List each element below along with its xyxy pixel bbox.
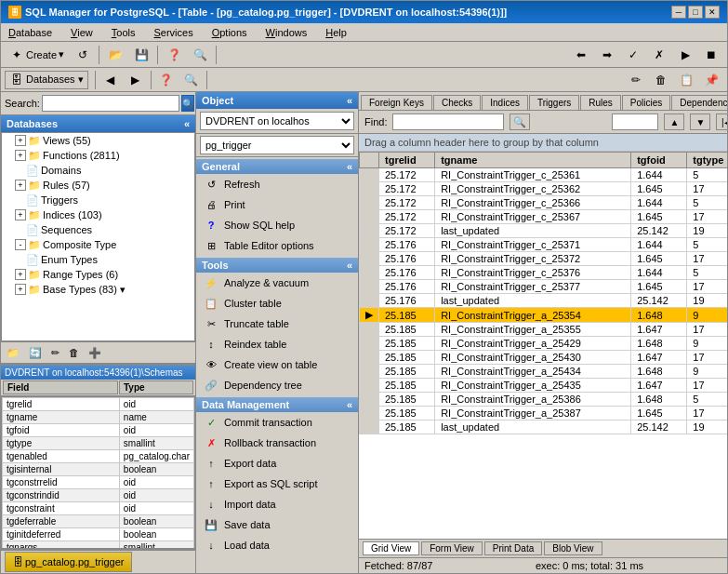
tree-item-views[interactable]: + 📁 Views (55) [2,133,194,148]
tree-item-rules[interactable]: + 📁 Rules (57) [2,178,194,193]
panel-collapse-arrow[interactable]: « [184,118,190,129]
table-row[interactable]: 25.176 RI_ConstraintTrigger_c_25372 1.64… [360,252,728,266]
toolbar-btn-1[interactable]: 📂 [103,45,127,65]
search-input[interactable] [42,95,179,112]
tool-create-view[interactable]: 👁 Create view on table [196,354,358,375]
general-section-header[interactable]: General « [196,159,358,174]
limit-down-button[interactable]: ▼ [690,113,710,130]
tree-item-range[interactable]: + 📁 Range Types (6) [2,267,194,282]
table-row[interactable]: 25.176 RI_ConstraintTrigger_c_25371 1.64… [360,238,728,252]
table-row[interactable]: 25.185 RI_ConstraintTrigger_a_25434 1.64… [360,365,728,379]
tool-dependency[interactable]: 🔗 Dependency tree [196,375,358,395]
tree-item-base[interactable]: + 📁 Base Types (83) ▾ [2,282,194,297]
tree-tb-4[interactable]: 🗑 [65,344,83,361]
tool-analyze[interactable]: ⚡ Analyze & vacuum [196,273,358,293]
tools-section-header[interactable]: Tools « [196,258,358,273]
tool-sql-help[interactable]: ? Show SQL help [196,215,358,235]
tool-commit[interactable]: ✓ Commit transaction [196,412,358,433]
expand-composite[interactable]: - [15,239,26,250]
server-select-dropdown[interactable]: DVDRENT on localhos [200,112,354,130]
table-row[interactable]: 25.172 RI_ConstraintTrigger_c_25367 1.64… [360,210,728,224]
menu-tools[interactable]: Tools [108,26,139,39]
tab-policies[interactable]: Policies [622,95,670,110]
tool-print[interactable]: 🖨 Print [196,194,358,215]
table-row[interactable]: 25.176 last_updated 25.142 19 O [360,294,728,308]
table-row[interactable]: 25.172 last_updated 25.142 19 O [360,224,728,238]
data-mgmt-section-header[interactable]: Data Management « [196,397,358,412]
tool-editor-options[interactable]: ⊞ Table Editor options [196,235,358,256]
menu-database[interactable]: Database [5,26,56,39]
tree-item-functions[interactable]: + 📁 Functions (2811) [2,148,194,163]
nav-first-button[interactable]: |◀ [716,113,727,130]
col-tgrelid[interactable]: tgrelid [379,153,435,168]
table-row[interactable]: 25.185 RI_ConstraintTrigger_a_25355 1.64… [360,323,728,337]
toolbar-btn-r1[interactable]: ⬅ [569,45,593,65]
col-tgtype[interactable]: tgtype [687,153,727,168]
menu-options[interactable]: Options [208,26,251,39]
tool-export-sql[interactable]: ↑ Export as SQL script [196,474,358,494]
close-button[interactable]: ✕ [705,6,720,19]
expand-views[interactable]: + [15,135,26,146]
t2-edit-btn[interactable]: ✏ [624,70,648,90]
table-row[interactable]: 25.172 RI_ConstraintTrigger_c_25361 1.64… [360,168,728,182]
t2-del-btn[interactable]: 🗑 [649,70,673,90]
view-tab-form[interactable]: Form View [421,541,483,555]
toolbar-btn-r3[interactable]: ✓ [621,45,645,65]
view-tab-blob[interactable]: Blob View [544,541,602,555]
t2-copy-btn[interactable]: 📋 [674,70,698,90]
col-tgfoid[interactable]: tgfoid [631,153,687,168]
taskbar-item[interactable]: 🗄 pg_catalog.pg_trigger [5,552,132,572]
tree-item-composite[interactable]: - 📁 Composite Type [2,237,194,252]
tool-reindex[interactable]: ↕ Reindex table [196,334,358,354]
tab-foreign-keys[interactable]: Foreign Keys [361,95,432,110]
limit-up-button[interactable]: ▲ [664,113,684,130]
expand-indices[interactable]: + [15,209,26,220]
expand-base[interactable]: + [15,284,26,295]
tool-truncate[interactable]: ✂ Truncate table [196,314,358,334]
tree-tb-1[interactable]: 📁 [3,344,23,361]
create-button[interactable]: ✦ Create ▾ [5,45,69,65]
table-row[interactable]: 25.185 last_updated 25.142 19 O [360,420,728,434]
limit-input[interactable]: 1000 [612,113,658,130]
refresh-toolbar-button[interactable]: ↺ [71,45,95,65]
tab-indices[interactable]: Indices [482,95,528,110]
toolbar-btn-3[interactable]: ❓ [162,45,186,65]
table-row[interactable]: 25.176 RI_ConstraintTrigger_c_25377 1.64… [360,280,728,294]
search-button[interactable]: 🔍 [181,95,194,112]
expand-range[interactable]: + [15,269,26,280]
toolbar-btn-2[interactable]: 💾 [129,45,153,65]
tree-tb-3[interactable]: ✏ [47,344,63,361]
t2-btn-4[interactable]: 🔍 [179,70,204,90]
table-row[interactable]: 25.185 RI_ConstraintTrigger_a_25435 1.64… [360,379,728,393]
tree-item-enum[interactable]: 📄 Enum Types [2,252,194,267]
tool-refresh[interactable]: ↺ Refresh [196,174,358,194]
tree-item-triggers[interactable]: 📄 Triggers [2,193,194,207]
expand-functions[interactable]: + [15,150,26,161]
toolbar-btn-r2[interactable]: ➡ [595,45,619,65]
table-row[interactable]: 25.185 RI_ConstraintTrigger_a_25430 1.64… [360,351,728,365]
minimize-button[interactable]: ─ [671,6,686,19]
t2-btn-3[interactable]: ❓ [154,70,179,90]
table-row[interactable]: 25.185 RI_ConstraintTrigger_a_25387 1.64… [360,407,728,420]
tool-load-data[interactable]: ↓ Load data [196,535,358,555]
t2-paste-btn[interactable]: 📌 [699,70,723,90]
t2-btn-2[interactable]: ▶ [124,70,148,90]
find-search-button[interactable]: 🔍 [510,113,530,130]
toolbar-btn-r6[interactable]: ⏹ [699,45,723,65]
table-row[interactable]: 25.172 RI_ConstraintTrigger_c_25362 1.64… [360,182,728,196]
tree-item-sequences[interactable]: 📄 Sequences [2,222,194,237]
tool-export-data[interactable]: ↑ Export data [196,453,358,474]
maximize-button[interactable]: □ [688,6,703,19]
table-row[interactable]: 25.185 RI_ConstraintTrigger_a_25429 1.64… [360,337,728,351]
tab-triggers[interactable]: Triggers [529,95,579,110]
view-tab-grid[interactable]: Grid View [363,541,419,555]
tree-tb-5[interactable]: ➕ [85,344,105,361]
tool-cluster[interactable]: 📋 Cluster table [196,293,358,314]
tool-save-data[interactable]: 💾 Save data [196,514,358,535]
tree-tb-2[interactable]: 🔄 [25,344,46,361]
t2-btn-1[interactable]: ◀ [99,70,123,90]
find-input[interactable] [392,113,504,130]
expand-rules[interactable]: + [15,180,26,191]
col-tgname[interactable]: tgname [435,153,631,168]
data-grid[interactable]: tgrelid tgname tgfoid tgtype tgenabled 2… [359,152,727,539]
